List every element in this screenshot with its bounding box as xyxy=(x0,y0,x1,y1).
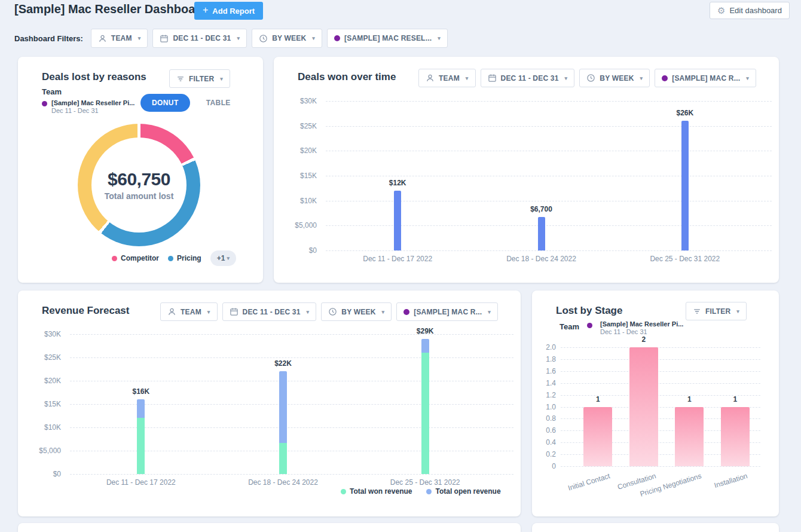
bar-value-label: 1 xyxy=(687,395,692,403)
deals-lost-by-reasons-card: Deals lost by reasons FILTER Team [Sampl… xyxy=(18,57,263,283)
chevron-down-icon xyxy=(218,75,223,83)
x-axis-category-label: Dec 25 - Dec 31 2022 xyxy=(650,255,720,263)
x-axis-category-label: Pricing Negotiations xyxy=(639,472,702,499)
gridline xyxy=(561,418,760,419)
gridline xyxy=(326,176,772,176)
pipeline-filter-dropdown[interactable]: [SAMPLE] MAC RESEL... xyxy=(327,29,448,48)
date-range-filter-dropdown[interactable]: DEC 11 - DEC 31 xyxy=(481,69,575,87)
interval-filter-dropdown[interactable]: BY WEEK xyxy=(579,69,650,87)
gridline xyxy=(561,466,760,467)
partial-card-right xyxy=(532,523,779,532)
gridline xyxy=(561,347,760,348)
y-axis-tick-label: 1.6 xyxy=(532,367,556,375)
team-filter-dropdown[interactable]: TEAM xyxy=(160,302,218,321)
chevron-down-icon xyxy=(436,34,441,42)
pipeline-dot-icon xyxy=(334,35,340,41)
date-range-filter-dropdown[interactable]: DEC 11 - DEC 31 xyxy=(152,29,247,48)
legend-item-competitor: Competitor xyxy=(112,254,159,262)
bar xyxy=(681,121,689,250)
pipeline-dot-icon xyxy=(403,309,409,315)
table-view-button[interactable]: TABLE xyxy=(203,98,234,108)
donut-legend: Competitor Pricing +1 xyxy=(112,250,236,266)
y-axis-tick-label: 0.6 xyxy=(532,426,556,435)
gridline xyxy=(561,407,760,408)
filter-dropdown-button[interactable]: FILTER xyxy=(169,69,230,88)
lost-by-stage-card: Lost by Stage FILTER Team [Sample] Mac R… xyxy=(532,291,779,516)
y-axis-tick-label: 1.2 xyxy=(532,391,556,399)
gridline xyxy=(561,430,760,431)
filter-label: FILTER xyxy=(705,307,730,316)
chevron-down-icon xyxy=(563,74,568,82)
edit-dashboard-button[interactable]: Edit dashboard xyxy=(710,2,790,19)
y-axis-tick-label: $10K xyxy=(274,197,317,205)
revenue-legend: Total won revenue Total open revenue xyxy=(341,487,501,496)
gridline xyxy=(70,334,513,335)
team-filter-dropdown[interactable]: TEAM xyxy=(91,29,148,48)
gridline xyxy=(70,381,513,381)
page-title: [Sample] Mac Reseller Dashboard xyxy=(14,2,207,16)
interval-filter-dropdown[interactable]: BY WEEK xyxy=(321,302,392,321)
card-title: Deals lost by reasons xyxy=(42,71,146,83)
filter-dropdown-button[interactable]: FILTER xyxy=(686,302,747,320)
team-filter-dropdown[interactable]: TEAM xyxy=(418,69,476,87)
gridline xyxy=(326,151,772,151)
legend-more-button[interactable]: +1 xyxy=(210,250,236,266)
y-axis-tick-label: $10K xyxy=(18,423,61,432)
legend-item-won-revenue: Total won revenue xyxy=(341,487,412,496)
donut-center: $60,750 Total amount lost xyxy=(78,124,200,246)
bar-segment xyxy=(137,399,145,418)
y-axis-tick-label: $15K xyxy=(274,172,317,180)
gridline xyxy=(70,357,513,358)
add-report-button[interactable]: Add Report xyxy=(194,2,263,20)
bar-value-label: $6,700 xyxy=(530,205,552,213)
legend-label: Total open revenue xyxy=(435,487,500,496)
chevron-down-icon xyxy=(464,74,469,82)
date-range-filter-label: DEC 11 - DEC 31 xyxy=(243,308,301,316)
revenue-forecast-card: Revenue Forecast TEAM DEC 11 - DEC 31 xyxy=(18,291,521,516)
y-axis-tick-label: $15K xyxy=(18,400,61,408)
chevron-down-icon xyxy=(744,74,749,82)
y-axis-tick-label: $30K xyxy=(18,330,61,338)
gridline xyxy=(561,442,760,443)
filter-label: FILTER xyxy=(189,75,214,83)
dashboard-filters-bar: Dashboard Filters: TEAM DEC 11 - DEC 31 … xyxy=(14,29,453,48)
y-axis-tick-label: $25K xyxy=(274,122,317,130)
edit-dashboard-label: Edit dashboard xyxy=(729,6,781,15)
bar-value-label: 2 xyxy=(641,335,646,344)
plus-icon xyxy=(203,5,212,16)
chevron-down-icon xyxy=(206,308,210,316)
gridline xyxy=(326,250,772,251)
chevron-down-icon xyxy=(235,34,240,42)
bar xyxy=(394,191,401,250)
chevron-down-icon xyxy=(380,308,385,316)
gridline xyxy=(326,225,772,226)
dashboard-filters-label: Dashboard Filters: xyxy=(14,34,83,43)
date-range-filter-dropdown[interactable]: DEC 11 - DEC 31 xyxy=(222,302,317,321)
bar xyxy=(629,347,658,466)
pricing-dot-icon xyxy=(168,256,173,261)
pipeline-filter-dropdown[interactable]: [SAMPLE] MAC R... xyxy=(396,302,498,321)
open-revenue-dot-icon xyxy=(426,489,432,494)
x-axis-category-label: Dec 25 - Dec 31 2022 xyxy=(390,478,460,487)
legend-label: Pricing xyxy=(177,254,201,262)
y-axis-tick-label: 1.4 xyxy=(532,379,556,387)
team-label: Team xyxy=(42,87,134,96)
date-range-filter-label: DEC 11 - DEC 31 xyxy=(173,34,231,42)
team-filter-label: TEAM xyxy=(439,74,460,82)
chevron-down-icon xyxy=(310,34,315,42)
calendar-icon xyxy=(160,34,169,43)
y-axis-tick-label: $20K xyxy=(274,146,317,155)
gridline xyxy=(561,383,760,384)
card-title: Revenue Forecast xyxy=(42,305,129,317)
bar-value-label: $16K xyxy=(132,387,149,396)
x-axis-category-label: Dec 11 - Dec 17 2022 xyxy=(106,478,176,487)
donut-view-button[interactable]: DONUT xyxy=(140,94,190,112)
bar-segment xyxy=(279,371,287,442)
donut-chart: $60,750 Total amount lost xyxy=(78,124,200,246)
interval-filter-label: BY WEEK xyxy=(272,34,306,42)
bar xyxy=(137,399,145,474)
y-axis-tick-label: 0.2 xyxy=(532,450,556,458)
pipeline-filter-dropdown[interactable]: [SAMPLE] MAC R... xyxy=(655,69,756,87)
interval-filter-dropdown[interactable]: BY WEEK xyxy=(252,29,322,48)
y-axis-tick-label: $20K xyxy=(18,377,61,385)
